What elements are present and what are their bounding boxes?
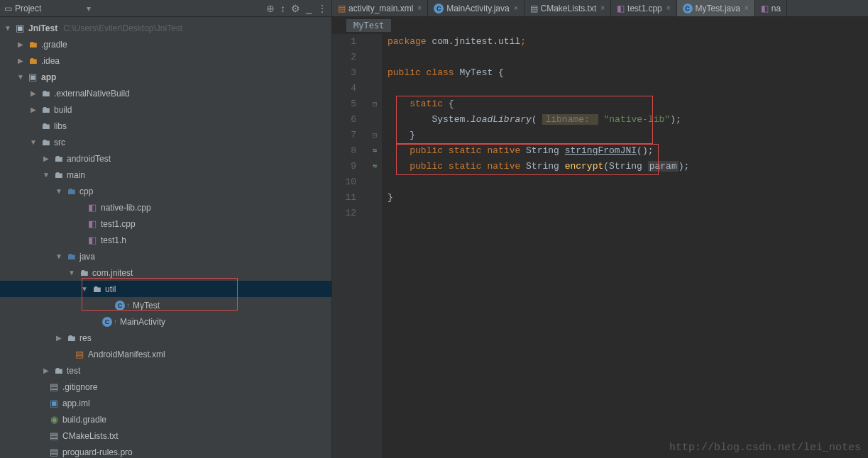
- target-icon[interactable]: ⊕: [266, 3, 275, 14]
- tab-na[interactable]: ◧na: [755, 0, 787, 16]
- arrow-up-icon: ↑: [126, 301, 130, 309]
- breadcrumb: MyTest: [332, 17, 868, 34]
- tree-item-gitignore[interactable]: ▤.gitignore: [0, 379, 331, 395]
- editor-pane: ▤activity_main.xml× CMainActivity.java× …: [332, 0, 868, 458]
- cpp-icon: ◧: [617, 4, 625, 13]
- tree-item-src[interactable]: ▼🖿src: [0, 134, 331, 150]
- xml-icon: ▤: [338, 4, 346, 13]
- cpp-icon: ◧: [87, 202, 98, 213]
- tree-item-test[interactable]: ▶🖿test: [0, 362, 331, 379]
- java-class-icon: C: [115, 301, 125, 311]
- project-tree: ▼ ▣ JniTest C:\Users\Eviler\Desktop\JniT…: [0, 17, 331, 458]
- gutter-marks: ⊟⊟⇆⇆: [368, 34, 382, 458]
- close-icon[interactable]: ×: [417, 4, 422, 12]
- dropdown-icon[interactable]: ▾: [87, 4, 91, 13]
- gradle-icon: ◉: [48, 414, 60, 425]
- root-path: C:\Users\Eviler\Desktop\JniTest: [63, 23, 182, 33]
- tree-item-test1cpp[interactable]: ◧test1.cpp: [0, 216, 331, 232]
- editor-tabs: ▤activity_main.xml× CMainActivity.java× …: [332, 0, 868, 17]
- tab-activity-main[interactable]: ▤activity_main.xml×: [332, 0, 428, 16]
- code-area[interactable]: package com.jnitest.util; public class M…: [382, 34, 868, 458]
- tab-cmakelists[interactable]: ▤CMakeLists.txt×: [524, 0, 612, 16]
- root-label: JniTest: [28, 23, 57, 33]
- folder-icon: 🖿: [65, 186, 77, 197]
- h-icon: ◧: [87, 235, 98, 246]
- arrow-up-icon: ↑: [114, 318, 117, 325]
- gear-icon[interactable]: ⚙: [291, 3, 300, 14]
- package-icon: 🖿: [78, 267, 89, 279]
- tab-mainactivity[interactable]: CMainActivity.java×: [428, 0, 524, 16]
- tree-item-nativelib[interactable]: ◧native-lib.cpp: [0, 199, 331, 216]
- close-icon[interactable]: ×: [666, 4, 671, 12]
- tree-item-proguard[interactable]: ▤proguard-rules.pro: [0, 444, 331, 458]
- folder-icon: 🖿: [27, 55, 38, 67]
- package-icon: 🖿: [91, 284, 102, 295]
- tab-mytest[interactable]: CMyTest.java×: [677, 0, 755, 16]
- java-class-icon: C: [683, 4, 693, 13]
- file-icon: ▤: [48, 447, 60, 458]
- folder-icon: 🖿: [40, 88, 51, 99]
- more-icon[interactable]: ⋮: [317, 3, 327, 14]
- close-icon[interactable]: ×: [514, 4, 518, 12]
- swap-icon: ⇆: [373, 143, 377, 159]
- folder-icon: 🖿: [40, 121, 51, 132]
- swap-icon: ⇆: [373, 159, 377, 174]
- line-gutter: 123456789101112: [332, 34, 368, 458]
- java-class-icon: C: [434, 4, 444, 13]
- folder-icon: 🖿: [40, 104, 51, 116]
- java-class-icon: C: [102, 317, 112, 327]
- tree-item-main[interactable]: ▼🖿main: [0, 167, 331, 183]
- code-editor[interactable]: 123456789101112 ⊟⊟⇆⇆ package com.jnitest…: [332, 34, 868, 458]
- project-sidebar: ▭ Project ▾ ⊕ ↕ ⚙ ⎯ ⋮ ▼ ▣ JniTest C:\Use…: [0, 0, 332, 458]
- tree-item-buildgradle[interactable]: ◉build.gradle: [0, 411, 331, 428]
- tree-root[interactable]: ▼ ▣ JniTest C:\Users\Eviler\Desktop\JniT…: [0, 20, 331, 36]
- tree-item-mainactivity[interactable]: C↑MainActivity: [0, 313, 331, 330]
- sort-icon[interactable]: ↕: [280, 3, 285, 14]
- tree-item-test1h[interactable]: ◧test1.h: [0, 232, 331, 248]
- tree-item-cpp[interactable]: ▼🖿cpp: [0, 183, 331, 199]
- watermark: http://blog.csdn.net/lei_notes: [669, 442, 861, 454]
- tree-item-manifest[interactable]: ▤AndroidManifest.xml: [0, 346, 331, 362]
- tree-item-gradle[interactable]: ▶🖿.gradle: [0, 36, 331, 52]
- folder-icon: 🖿: [65, 251, 77, 262]
- tree-item-idea[interactable]: ▶🖿.idea: [0, 52, 331, 69]
- tree-item-appiml[interactable]: ▣app.iml: [0, 395, 331, 411]
- cpp-icon: ◧: [87, 218, 98, 230]
- xml-icon: ▤: [74, 349, 85, 360]
- project-icon: ▭: [4, 4, 12, 13]
- folder-icon: 🖿: [53, 153, 64, 164]
- tree-item-build[interactable]: ▶🖿build: [0, 101, 331, 118]
- breadcrumb-item[interactable]: MyTest: [346, 19, 391, 32]
- tree-item-libs[interactable]: 🖿libs: [0, 118, 331, 134]
- folder-icon: 🖿: [27, 39, 38, 50]
- project-title: Project: [15, 4, 41, 13]
- tree-item-app[interactable]: ▼▣app: [0, 69, 331, 85]
- module-icon: ▣: [27, 72, 38, 83]
- tree-item-cmakelists[interactable]: ▤CMakeLists.txt: [0, 428, 331, 444]
- file-icon: ▤: [48, 381, 60, 393]
- tree-item-comjnitest[interactable]: ▼🖿com.jnitest: [0, 264, 331, 281]
- project-module-icon: ▣: [14, 23, 26, 34]
- tree-item-util[interactable]: ▼🖿util: [0, 281, 331, 297]
- minimize-icon[interactable]: ⎯: [306, 3, 312, 14]
- iml-icon: ▣: [48, 398, 60, 409]
- tree-item-res[interactable]: ▶🖿res: [0, 330, 331, 346]
- tree-item-mytest[interactable]: C↑MyTest: [0, 297, 331, 313]
- cpp-icon: ◧: [761, 4, 769, 13]
- project-header: ▭ Project ▾ ⊕ ↕ ⚙ ⎯ ⋮: [0, 0, 331, 17]
- close-icon[interactable]: ×: [600, 4, 605, 12]
- file-icon: ▤: [48, 430, 60, 442]
- tree-item-java[interactable]: ▼🖿java: [0, 248, 331, 264]
- file-icon: ▤: [530, 4, 538, 13]
- folder-icon: 🖿: [53, 365, 64, 376]
- folder-icon: 🖿: [65, 333, 77, 344]
- tab-test1cpp[interactable]: ◧test1.cpp×: [611, 0, 677, 16]
- tree-item-androidtest[interactable]: ▶🖿androidTest: [0, 150, 331, 167]
- tree-item-extbuild[interactable]: ▶🖿.externalNativeBuild: [0, 85, 331, 101]
- close-icon[interactable]: ×: [745, 4, 749, 12]
- folder-icon: 🖿: [53, 169, 64, 181]
- folder-icon: 🖿: [40, 137, 51, 148]
